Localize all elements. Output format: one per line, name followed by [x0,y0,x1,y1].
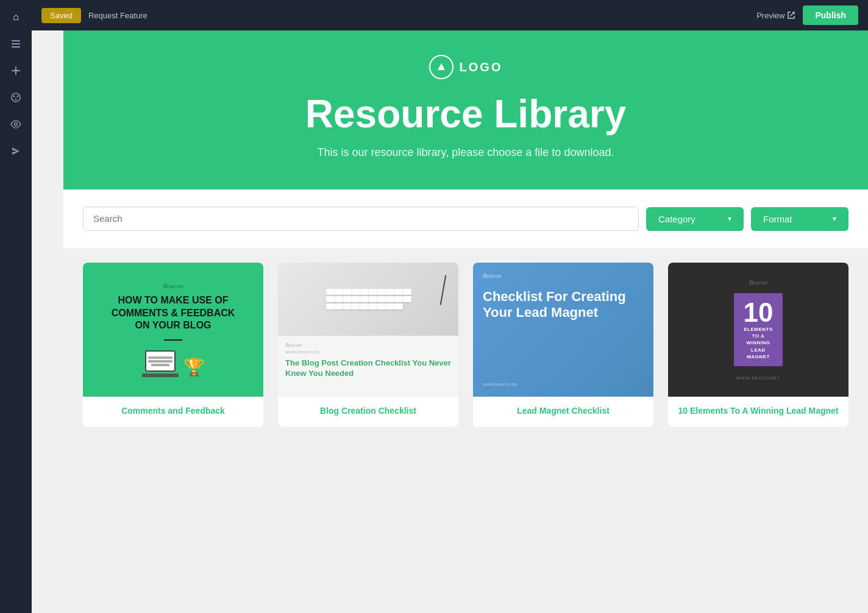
card1-content: Beacon How To Make Use OfComments & Feed… [83,263,263,397]
svg-point-8 [15,99,17,101]
sidebar-icon-home[interactable]: ⌂ [5,6,27,28]
logo-icon [429,55,454,79]
svg-rect-4 [12,70,20,71]
sidebar-icon-eye[interactable] [5,113,27,135]
sidebar-icon-add[interactable] [5,60,27,82]
category-chevron-icon: ▾ [728,214,731,223]
card2-brand: Beacon [285,342,451,348]
svg-rect-2 [12,46,20,48]
card3-content: Beacon Checklist For Creating Your Lead … [473,263,653,397]
hero-subtitle: This is our resource library, please cho… [76,146,856,159]
sidebar-icon-send[interactable] [5,140,27,162]
card4-url: WWW.BEACONBY [736,376,780,380]
card2-title: Blog Creation Checklist [278,397,458,427]
svg-point-7 [17,96,19,97]
search-input[interactable] [93,213,628,224]
card1-title: Comments and Feedback [83,397,263,427]
card3-brand: Beacon [483,272,501,279]
resource-card-comments-feedback[interactable]: Beacon How To Make Use OfComments & Feed… [83,263,263,427]
category-label: Category [658,214,695,224]
sidebar-icon-palette[interactable] [5,87,27,108]
category-dropdown[interactable]: Category ▾ [646,207,744,231]
svg-point-5 [12,93,20,102]
logo-text: LOGO [460,60,503,74]
card4-number: 10 [739,299,778,326]
card4-brand: Beacon [749,279,767,286]
resource-card-10-elements[interactable]: Beacon 10 ELEMENTSTO AWINNINGLEAD MAGNET… [668,263,848,427]
card3-title: Checklist For Creating Your Lead Magnet [483,289,644,321]
card1-brand: Beacon [163,282,183,289]
search-input-wrap[interactable] [83,207,639,231]
card3-title-label: Lead Magnet Checklist [473,397,653,427]
search-row: Category ▾ Format ▾ [83,207,848,231]
card4-content: Beacon 10 ELEMENTSTO AWINNINGLEAD MAGNET… [668,263,848,397]
card1-illustration: 🏆 [142,350,205,377]
svg-rect-1 [12,43,20,44]
card1-headline: How To Make Use OfComments & FeedbackOn … [112,294,235,332]
card4-box: 10 ELEMENTSTO AWINNINGLEAD MAGNET [734,293,783,366]
card3-thumbnail: Beacon Checklist For Creating Your Lead … [473,263,653,397]
resource-card-lead-magnet[interactable]: Beacon Checklist For Creating Your Lead … [473,263,653,427]
card4-subtitle: ELEMENTSTO AWINNINGLEAD MAGNET [739,326,778,360]
svg-marker-10 [438,63,445,70]
main-content: Saved Request Feature Preview Publish LO… [63,30,868,613]
format-label: Format [763,214,792,224]
svg-point-9 [15,123,18,126]
hero-section: LOGO Resource Library This is our resour… [63,30,868,190]
card2-url: www.beacon.by [285,349,451,355]
svg-point-6 [13,96,15,97]
hero-logo: LOGO [76,55,856,79]
card3-url: www.beacon.by [483,381,517,387]
format-dropdown[interactable]: Format ▾ [751,207,848,231]
card4-title-label: 10 Elements To A Winning Lead Magnet [668,397,848,427]
card2-text-content: Beacon www.beacon.by The Blog Post Creat… [278,336,458,385]
format-chevron-icon: ▾ [833,214,836,223]
sidebar-icon-pages[interactable] [5,33,27,55]
card2-keyboard [278,263,458,336]
card1-divider [164,339,182,341]
svg-rect-0 [12,40,20,41]
resource-card-blog-creation[interactable]: Beacon www.beacon.by The Blog Post Creat… [278,263,458,427]
card2-thumbnail: Beacon www.beacon.by The Blog Post Creat… [278,263,458,397]
card2-text: The Blog Post Creation Checklist You Nev… [285,358,451,379]
resources-grid: Beacon How To Make Use OfComments & Feed… [83,263,848,427]
hero-title: Resource Library [76,91,856,136]
card2-content: Beacon www.beacon.by The Blog Post Creat… [278,263,458,397]
search-section: Category ▾ Format ▾ [63,190,868,248]
resources-section: Beacon How To Make Use OfComments & Feed… [63,248,868,452]
card4-thumbnail: Beacon 10 ELEMENTSTO AWINNINGLEAD MAGNET… [668,263,848,397]
card1-thumbnail: Beacon How To Make Use OfComments & Feed… [83,263,263,397]
sidebar: ⌂ [0,0,32,613]
